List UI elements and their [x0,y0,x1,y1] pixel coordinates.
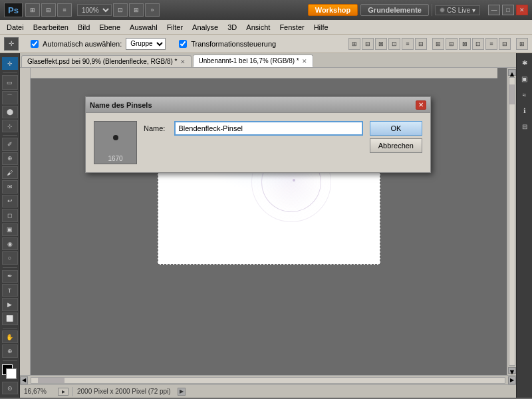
menu-bild[interactable]: Bild [74,22,94,33]
panel-icon-1[interactable]: ✱ [518,56,531,69]
tab-unbenannt[interactable]: Unbenannt-1 bei 16,7% (RGB/8) * ✕ [193,55,313,67]
distribute3-icon[interactable]: ≡ [485,38,497,50]
background-color[interactable] [6,368,17,379]
lasso-tool[interactable]: ⌒ [2,91,18,104]
menu-hilfe[interactable]: Hilfe [310,22,332,33]
menu-ansicht[interactable]: Ansicht [242,22,274,33]
view-btn[interactable]: ⊡ [113,3,128,17]
menu-filter[interactable]: Filter [163,22,187,33]
type-tool[interactable]: T [2,284,18,297]
cancel-button[interactable]: Abbrechen [370,138,422,153]
menu-datei[interactable]: Datei [3,22,28,33]
quick-mask-tool[interactable]: ⊙ [2,382,18,394]
align-left-icon[interactable]: ⊞ [348,38,360,50]
menu-fenster[interactable]: Fenster [275,22,308,33]
ok-button[interactable]: OK [370,121,422,136]
vscroll-up[interactable]: ▲ [508,69,516,76]
hscroll[interactable]: ◀ ▶ [20,375,516,384]
tab-close-unbenannt[interactable]: ✕ [302,58,307,65]
dodge-tool[interactable]: ○ [2,251,18,264]
vscroll-track[interactable] [509,77,515,366]
menu-ebene[interactable]: Ebene [95,22,124,33]
status-arrow[interactable]: ▶ [178,388,186,396]
path-select-tool[interactable]: ▶ [2,298,18,311]
history-brush-tool[interactable]: ↩ [2,195,18,207]
more-btn[interactable]: » [145,3,160,17]
shape-tool[interactable]: ⬜ [2,313,18,325]
status-zoom: 16,67% [24,388,54,395]
vscroll-down[interactable]: ▼ [508,367,516,374]
zoom-select[interactable]: 100% [77,4,112,16]
vscroll-thumb[interactable] [509,84,515,104]
brush-preview-dot [113,135,118,140]
transform-checkbox[interactable] [179,40,187,48]
titlebar: Ps ⊞ ⊟ ≡ 100% ⊡ ⊞ » Workshop Grundelemen… [0,0,532,20]
workspace-grundelemente[interactable]: Grundelemente [360,4,429,16]
eraser-tool[interactable]: ◻ [2,209,18,221]
zoom-tool[interactable]: ⊕ [2,344,18,357]
gradient-tool[interactable]: ▣ [2,223,18,236]
panel-icon-5[interactable]: ⊟ [518,120,531,133]
brush-preview: 1670 [94,121,137,164]
hscroll-left[interactable]: ◀ [20,376,28,384]
brush-tool[interactable]: 🖌 [2,166,18,179]
distribute-icon[interactable]: ⊠ [459,38,471,50]
tab-glaseffekt[interactable]: Glaseffekt.psd bei 90,9% (Blendenflecke,… [21,55,192,67]
dialog-title: Name des Pinsels [90,101,152,109]
status-separator [72,387,73,396]
align-center-icon[interactable]: ⊟ [362,38,374,50]
color-swatches[interactable] [2,364,18,378]
panel-icon-3[interactable]: ≈ [518,88,531,101]
tab-close-glaseffekt[interactable]: ✕ [180,59,186,65]
mode-btn-1[interactable]: ⊞ [25,3,40,17]
auto-select-checkbox[interactable] [31,40,39,48]
distribute2-icon[interactable]: ⊡ [472,38,484,50]
dialog-close-btn[interactable]: ✕ [416,100,426,110]
panel-icon-4[interactable]: ℹ [518,104,531,117]
eyedropper-tool[interactable]: ✐ [2,138,18,150]
distribute4-icon[interactable]: ⊟ [499,38,511,50]
align-right-icon[interactable]: ⊠ [375,38,387,50]
right-panel: ✱ ▣ ≈ ℹ ⊟ [516,53,532,398]
mode-btn-2[interactable]: ⊟ [41,3,56,17]
mode-btn-3[interactable]: ≡ [57,3,72,17]
clone-stamp-tool[interactable]: ✉ [2,180,18,193]
quick-select-tool[interactable]: ⬤ [2,106,18,118]
spot-heal-tool[interactable]: ⊕ [2,152,18,165]
blur-tool[interactable]: ◉ [2,237,18,250]
pen-tool[interactable]: ✒ [2,270,18,283]
align-top-icon[interactable]: ⊡ [388,38,400,50]
menu-auswahl[interactable]: Auswahl [126,22,162,33]
distribute-h-icon[interactable]: ⊞ [432,38,444,50]
auto-select-dropdown[interactable]: Gruppe Ebene [126,38,166,50]
maximize-btn[interactable]: □ [502,5,514,15]
menubar: Datei Bearbeiten Bild Ebene Auswahl Filt… [0,20,532,35]
arrange-btn[interactable]: ⊞ [129,3,144,17]
hscroll-right[interactable]: ▶ [508,376,516,384]
distribute-v-icon[interactable]: ⊟ [446,38,458,50]
minimize-btn[interactable]: — [488,5,500,15]
hand-tool[interactable]: ✋ [2,331,18,343]
menu-analyse[interactable]: Analyse [188,22,222,33]
marquee-tool[interactable]: ▭ [2,75,18,90]
hscroll-thumb[interactable] [38,378,65,383]
menu-3d[interactable]: 3D [223,22,241,33]
transform-label: Transformationssteuerung [191,40,276,48]
cs-live-btn[interactable]: CS Live ▾ [435,5,480,15]
hscroll-track[interactable] [31,377,505,384]
auto-align-icon[interactable]: ⊞ [516,38,528,50]
panel-icon-2[interactable]: ▣ [518,72,531,85]
name-row: Name: [144,121,363,136]
brush-name-input[interactable] [174,121,362,136]
move-tool-icon[interactable]: ✛ [4,37,19,51]
brush-name-dialog[interactable]: Name des Pinsels ✕ 1670 Name: OK Abbrech… [85,96,431,173]
workspace-workshop[interactable]: Workshop [308,4,358,16]
move-tool[interactable]: ✛ [2,57,18,70]
status-btn[interactable]: ▸ [58,388,68,396]
vscroll[interactable]: ▲ ▼ [507,68,516,375]
align-middle-icon[interactable]: ≡ [402,38,414,50]
close-btn[interactable]: ✕ [516,5,528,15]
menu-bearbeiten[interactable]: Bearbeiten [29,22,72,33]
align-bottom-icon[interactable]: ⊟ [415,38,427,50]
crop-tool[interactable]: ⊹ [2,120,18,132]
